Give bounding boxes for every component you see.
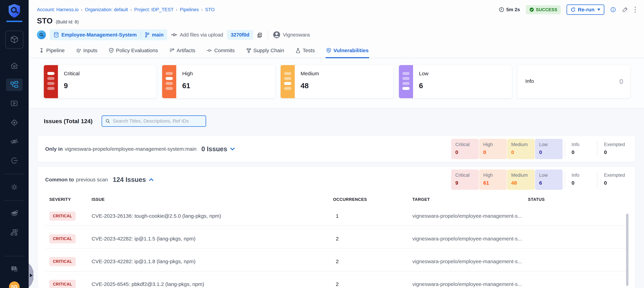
pipelines-icon [10,80,19,89]
tab-commits[interactable]: Commits [206,45,235,58]
status-badge: SUCCESS [526,5,561,14]
rerun-button[interactable]: Re-run [566,4,604,15]
issue-row[interactable]: CRITICAL CVE-2025-6545: pbkdf2@3.1.2 (la… [45,275,628,288]
check-circle-icon [529,7,534,12]
issues-search[interactable] [102,115,206,127]
org-gear-icon [10,228,19,237]
issue-row[interactable]: CRITICAL CVE-2023-42282: ip@1.1.5 (lang-… [45,229,628,248]
sidebar-item-help[interactable]: ? [6,263,22,275]
low-meter-icon [399,65,413,98]
rerun-dropdown-caret[interactable] [597,8,600,11]
chip-divider [565,172,565,188]
issues-table-header: SEVERITY ISSUE OCCURRENCES TARGET STATUS [45,193,628,206]
table-scrollbar[interactable] [626,214,628,286]
critical-meter-icon [44,65,58,98]
chip-critical: Critical9 [451,170,479,190]
build-duration: 5m 2s [499,7,520,12]
tab-tests[interactable]: Tests [295,45,316,58]
sidebar-item-settings[interactable] [6,181,22,193]
target-icon [10,118,19,127]
breadcrumb-separator: › [130,7,132,12]
tab-inputs[interactable]: Inputs [75,45,98,58]
module-selector-button[interactable] [5,31,23,48]
card-value: 0 [619,77,623,86]
sidebar-item-security-review[interactable] [6,135,22,148]
medium-meter-icon [280,65,295,98]
breadcrumb: Account: Harness.io › Organization: defa… [37,7,214,12]
power-arc-icon [10,156,19,165]
chip-low: Low6 [535,170,562,190]
search-input[interactable] [113,118,202,124]
issue-title[interactable]: CVE-2023-26136: tough-cookie@2.5.0 (lang… [92,213,333,219]
module-logo [6,3,22,22]
tab-artifacts[interactable]: Artifacts [169,45,196,58]
severity-badge: CRITICAL [49,212,76,221]
card-label: Critical [64,71,80,76]
issue-title[interactable]: CVE-2023-42282: ip@1.1.5 (lang-pkgs, npm… [92,236,333,242]
inputs-tab-icon [76,48,81,53]
chevron-down-icon[interactable] [230,147,236,151]
chip-info: Info0 [568,139,595,159]
section-only-in: Only in vigneswara-propelo/employee-mana… [38,136,635,162]
col-target: TARGET [412,197,528,202]
issue-title[interactable]: CVE-2023-42282: ip@1.1.8 (lang-pkgs, npm… [92,259,333,265]
breadcrumb-separator: › [176,7,178,12]
occurrences-value: 2 [333,236,412,242]
breadcrumb-separator: › [201,7,203,12]
copy-sha-button[interactable] [257,32,263,38]
card-value: 61 [182,82,190,90]
section-toggle[interactable]: 124 Issues [113,176,154,183]
tab-policy-evaluations[interactable]: Policy Evaluations [108,45,158,58]
issue-row[interactable]: CRITICAL CVE-2023-26136: tough-cookie@2.… [45,206,628,226]
issue-title[interactable]: CVE-2025-6545: pbkdf2@3.1.2 (lang-pkgs, … [92,281,333,287]
chevron-up-icon[interactable] [148,178,154,182]
commit-sha[interactable]: 3270f0d [227,30,253,40]
sidebar-item-default-settings[interactable] [6,207,22,220]
breadcrumb-pipelines[interactable]: Pipelines [180,7,199,12]
author-name: Vigneswara [283,32,310,38]
supply-chain-icon [246,48,251,53]
sidebar-item-getting-started[interactable] [6,154,22,167]
severity-card-high[interactable]: High 61 [162,65,275,98]
sidebar-item-home[interactable] [6,60,22,72]
tab-vulnerabilities[interactable]: Vulnerabilities [326,45,369,58]
sidebar-item-pipelines[interactable] [6,78,22,91]
severity-card-critical[interactable]: Critical 9 [44,65,156,98]
severity-card-info[interactable]: Info 0 [518,65,630,98]
tab-bar: Pipeline Inputs Policy Evaluations [29,45,644,58]
col-occurrences: OCCURRENCES [333,197,412,202]
severity-card-low[interactable]: Low 6 [399,65,512,98]
section-toggle[interactable]: 0 Issues [201,145,236,153]
sidebar-item-executions[interactable] [6,97,22,110]
cube-icon [10,35,19,44]
flask-icon [296,48,300,53]
breadcrumb-pipeline-name[interactable]: STO [205,7,214,12]
severity-card-medium[interactable]: Medium 48 [280,65,394,98]
executions-icon [10,99,19,108]
commit-meta-row: </> Employee-Management-System main Add … [29,25,644,40]
avatar-icon [273,31,280,38]
breadcrumb-project[interactable]: Project: IDP_TEST [134,7,174,12]
home-icon [10,61,19,70]
issue-row[interactable]: CRITICAL CVE-2023-42282: ip@1.1.8 (lang-… [45,252,628,271]
severity-chips: Critical9 High61 Medium48 Low6 Info0 [451,170,628,190]
pipeline-tab-icon [39,48,44,53]
sto-shield-search-icon [8,3,21,18]
user-avatar[interactable]: SD [9,282,20,288]
repo-name[interactable]: Employee-Management-System [62,32,137,38]
repo-branch-pill[interactable]: </> Employee-Management-System main [50,29,167,40]
chip-critical: Critical0 [451,139,479,159]
card-value: 9 [64,82,68,90]
tab-supply-chain[interactable]: Supply Chain [246,45,285,58]
sidebar-item-targets[interactable] [6,116,22,129]
info-button[interactable] [610,7,616,12]
edit-button[interactable] [622,6,628,13]
title-row: STO (Build Id: 8) [29,15,644,25]
tab-pipeline[interactable]: Pipeline [38,45,65,58]
breadcrumb-account[interactable]: Account: Harness.io [37,7,79,12]
severity-badge: CRITICAL [49,234,76,243]
more-menu-button[interactable] [634,6,636,13]
breadcrumb-organization[interactable]: Organization: default [85,7,128,12]
branch-name[interactable]: main [152,32,164,38]
sidebar-item-org-settings[interactable] [6,226,22,239]
